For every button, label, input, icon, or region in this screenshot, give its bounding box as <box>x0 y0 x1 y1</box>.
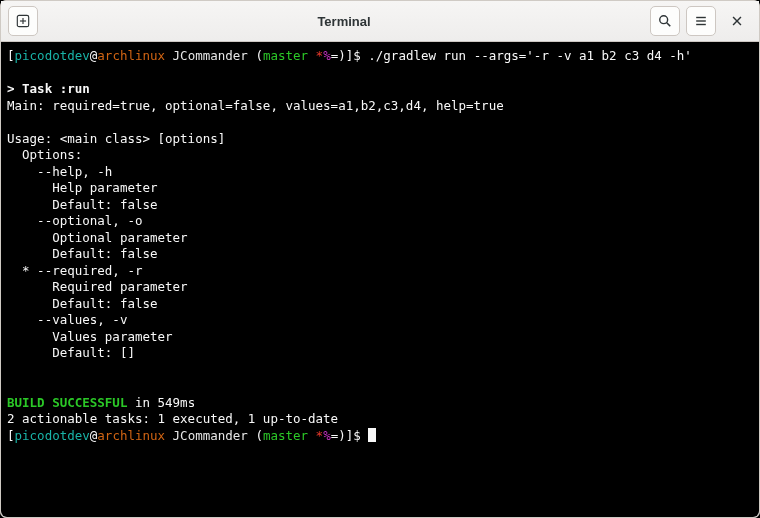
build-time: in 549ms <box>127 395 195 410</box>
prompt-dir: JCommander <box>165 48 255 63</box>
tasks-summary: 2 actionable tasks: 1 executed, 1 up-to-… <box>7 411 338 426</box>
option-help-def: Default: false <box>7 197 158 212</box>
close-icon <box>730 14 744 28</box>
command-text: ./gradlew run --args='-r -v a1 b2 c3 d4 … <box>368 48 692 63</box>
window-title: Terminal <box>44 14 644 29</box>
task-header: > Task :run <box>7 81 90 96</box>
prompt-branch: master <box>263 48 316 63</box>
cursor <box>368 428 376 442</box>
new-tab-icon <box>16 14 30 28</box>
new-tab-button[interactable] <box>8 6 38 36</box>
option-required-flag: * --required, -r <box>7 263 142 278</box>
build-success: BUILD SUCCESSFUL <box>7 395 127 410</box>
terminal-window: Terminal [picodotdev@archlinux JCommande… <box>0 0 760 518</box>
hamburger-icon <box>694 14 708 28</box>
option-required-desc: Required parameter <box>7 279 188 294</box>
prompt-line-2: [picodotdev@archlinux JCommander (master… <box>7 428 368 443</box>
options-header: Options: <box>7 147 82 162</box>
option-optional-def: Default: false <box>7 246 158 261</box>
svg-point-3 <box>660 16 668 24</box>
search-button[interactable] <box>650 6 680 36</box>
option-values-flag: --values, -v <box>7 312 127 327</box>
prompt-user: picodotdev <box>15 48 90 63</box>
option-optional-flag: --optional, -o <box>7 213 142 228</box>
search-icon <box>658 14 672 28</box>
svg-line-4 <box>667 23 671 27</box>
option-values-desc: Values parameter <box>7 329 173 344</box>
option-optional-desc: Optional parameter <box>7 230 188 245</box>
main-line: Main: required=true, optional=false, val… <box>7 98 504 113</box>
option-help-flag: --help, -h <box>7 164 112 179</box>
usage-line: Usage: <main class> [options] <box>7 131 225 146</box>
option-values-def: Default: [] <box>7 345 135 360</box>
option-required-def: Default: false <box>7 296 158 311</box>
titlebar: Terminal <box>1 1 759 42</box>
prompt-host: archlinux <box>97 48 165 63</box>
option-help-desc: Help parameter <box>7 180 158 195</box>
terminal-output[interactable]: [picodotdev@archlinux JCommander (master… <box>1 42 759 517</box>
menu-button[interactable] <box>686 6 716 36</box>
prompt-line-1: [picodotdev@archlinux JCommander (master… <box>7 48 692 63</box>
close-button[interactable] <box>722 6 752 36</box>
